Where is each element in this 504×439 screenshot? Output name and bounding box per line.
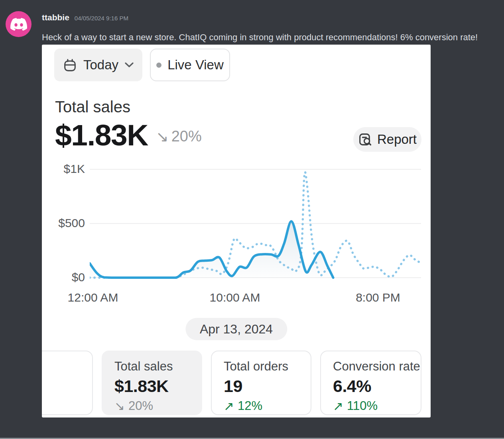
y-axis-tick: $1K [42, 162, 85, 176]
report-button[interactable]: Report [353, 127, 421, 152]
metric-card-conversion-rate[interactable]: Conversion rate 6.4% ↗110% [320, 351, 421, 415]
arrow-up-icon: ↗ [224, 399, 234, 414]
message-header: ttabbie 04/05/2024 9:16 PM [42, 13, 128, 22]
x-axis-tick: 10:00 AM [210, 291, 260, 304]
x-axis-tick: 12:00 AM [68, 291, 118, 304]
x-axis-tick: 8:00 PM [356, 291, 400, 304]
discord-logo-icon [10, 16, 27, 33]
chart-title: Total sales [55, 98, 130, 116]
arrow-down-icon: ↘ [156, 128, 169, 145]
live-view-label: Live View [167, 57, 224, 73]
date-indicator-pill: Apr 13, 2024 [185, 318, 287, 340]
area-fill [90, 221, 333, 278]
live-dot-icon [156, 63, 161, 68]
total-sales-value: $1.83K [55, 118, 148, 152]
date-range-button[interactable]: Today [54, 49, 142, 81]
message-timestamp: 04/05/2024 9:16 PM [75, 15, 128, 22]
metric-cards-row: s Total sales $1.83K ↘20% Total orders 1… [42, 351, 421, 415]
metric-card-total-orders[interactable]: Total orders 19 ↗12% [211, 351, 311, 415]
chevron-down-icon [124, 62, 134, 68]
metric-card-partial[interactable]: s [42, 351, 93, 415]
metric-card-total-sales[interactable]: Total sales $1.83K ↘20% [102, 351, 202, 415]
arrow-up-icon: ↗ [333, 399, 343, 414]
y-axis-tick: $0 [42, 270, 85, 284]
arrow-down-icon: ↘ [114, 399, 125, 414]
calendar-icon [63, 58, 77, 73]
y-axis-tick: $500 [42, 216, 85, 230]
report-label: Report [377, 132, 417, 147]
metric-header: $1.83K ↘ 20% [55, 118, 202, 152]
username[interactable]: ttabbie [42, 13, 69, 22]
sales-chart[interactable] [90, 156, 421, 284]
user-avatar[interactable] [6, 11, 32, 37]
date-range-label: Today [83, 57, 118, 73]
embedded-screenshot[interactable]: Today Live View Total sales $1.83K ↘ 20%… [42, 45, 431, 417]
message-text: Heck of a way to start a new store. Chat… [42, 31, 504, 43]
report-icon [358, 132, 373, 147]
live-view-button[interactable]: Live View [150, 49, 230, 81]
total-sales-delta: ↘ 20% [156, 128, 202, 145]
